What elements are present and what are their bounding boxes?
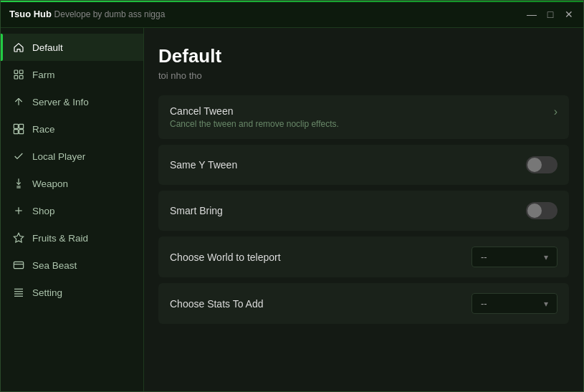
svg-rect-9: [14, 130, 18, 134]
sidebar-item-weapon[interactable]: Weapon: [1, 170, 143, 197]
sidebar-label-setting: Setting: [32, 287, 62, 298]
server-icon: [12, 95, 25, 108]
local-player-icon: [12, 150, 25, 163]
same-y-tween-toggle[interactable]: [526, 156, 557, 173]
weapon-icon: [12, 177, 25, 190]
choose-world-value: --: [481, 252, 538, 262]
sidebar-item-default[interactable]: Default: [1, 34, 143, 61]
shop-icon: [12, 204, 25, 217]
sea-beast-icon: [12, 259, 25, 272]
sidebar-label-race: Race: [32, 124, 55, 135]
choose-world-label: Choose World to teleport: [170, 252, 281, 263]
cancel-tween-arrow-icon: ›: [554, 105, 557, 118]
close-button[interactable]: ✕: [563, 9, 575, 20]
same-y-tween-label: Same Y Tween: [170, 159, 237, 171]
sidebar-label-shop: Shop: [32, 206, 55, 216]
same-y-tween-knob: [527, 158, 542, 172]
svg-line-6: [19, 98, 22, 102]
sidebar-label-local-player: Local Player: [32, 151, 85, 162]
sidebar-label-default: Default: [32, 42, 63, 53]
sidebar-label-weapon: Weapon: [32, 178, 68, 189]
cancel-tween-description: Cancel the tween and remove noclip effec…: [170, 119, 339, 129]
maximize-button[interactable]: □: [545, 9, 556, 20]
home-icon: [12, 41, 25, 54]
setting-row-smart-bring: Smart Bring: [158, 191, 569, 231]
smart-bring-toggle[interactable]: [526, 202, 557, 219]
main-content: Default Farm Server & Info Race: [1, 28, 583, 391]
panel: Default toi nho tho Cancel Tween Cancel …: [144, 28, 583, 391]
sidebar-item-farm[interactable]: Farm: [1, 61, 143, 88]
panel-title: Default: [158, 45, 569, 67]
choose-stats-dropdown[interactable]: -- ▾: [471, 293, 557, 314]
svg-rect-17: [14, 262, 23, 268]
sidebar-label-sea-beast: Sea Beast: [32, 260, 77, 271]
titlebar-controls: — □ ✕: [526, 9, 575, 20]
setting-row-choose-world: Choose World to teleport -- ▾: [158, 236, 569, 277]
svg-line-5: [15, 98, 19, 102]
app-name: Tsuo Hub: [9, 9, 52, 19]
setting-row-choose-stats: Choose Stats To Add -- ▾: [158, 283, 569, 324]
choose-world-dropdown[interactable]: -- ▾: [471, 247, 557, 267]
setting-row-same-y-tween: Same Y Tween: [158, 145, 569, 185]
svg-rect-3: [19, 75, 23, 79]
sidebar-label-farm: Farm: [32, 70, 55, 80]
svg-rect-0: [14, 70, 18, 74]
sidebar-item-shop[interactable]: Shop: [1, 197, 143, 224]
sidebar-item-local-player[interactable]: Local Player: [1, 143, 143, 170]
choose-stats-dropdown-arrow-icon: ▾: [544, 299, 548, 309]
titlebar: Tsuo Hub Develope by dumb ass nigga — □ …: [1, 1, 583, 28]
cancel-tween-label-group: Cancel Tween Cancel the tween and remove…: [170, 105, 339, 129]
race-icon: [12, 123, 25, 135]
titlebar-title: Tsuo Hub Develope by dumb ass nigga: [9, 9, 526, 19]
cancel-tween-label: Cancel Tween: [170, 105, 339, 117]
smart-bring-knob: [527, 204, 542, 218]
svg-rect-1: [19, 70, 23, 74]
sidebar-item-sea-beast[interactable]: Sea Beast: [1, 252, 143, 279]
smart-bring-label: Smart Bring: [170, 205, 223, 216]
app-subtitle: Develope by dumb ass nigga: [54, 9, 166, 19]
minimize-button[interactable]: —: [526, 9, 537, 20]
setting-row-cancel-tween[interactable]: Cancel Tween Cancel the tween and remove…: [158, 95, 569, 139]
svg-rect-8: [19, 124, 24, 128]
sidebar-label-fruits-raid: Fruits & Raid: [32, 233, 88, 244]
choose-world-dropdown-arrow-icon: ▾: [544, 252, 548, 262]
svg-rect-10: [19, 130, 24, 134]
svg-rect-2: [14, 75, 18, 79]
sidebar-item-fruits-raid[interactable]: Fruits & Raid: [1, 224, 143, 252]
svg-marker-16: [14, 233, 23, 242]
app-window: Tsuo Hub Develope by dumb ass nigga — □ …: [0, 0, 584, 392]
choose-stats-label: Choose Stats To Add: [170, 298, 264, 310]
choose-stats-value: --: [481, 298, 538, 309]
svg-rect-7: [14, 124, 18, 128]
fruits-raid-icon: [12, 231, 25, 244]
panel-subtitle: toi nho tho: [158, 70, 569, 81]
sidebar-label-server-info: Server & Info: [32, 97, 89, 107]
sidebar-item-race[interactable]: Race: [1, 115, 143, 143]
sidebar-item-setting[interactable]: Setting: [1, 279, 143, 306]
sidebar-item-server-info[interactable]: Server & Info: [1, 88, 143, 115]
farm-icon: [12, 68, 25, 81]
sidebar: Default Farm Server & Info Race: [1, 28, 144, 391]
setting-icon: [12, 286, 25, 299]
